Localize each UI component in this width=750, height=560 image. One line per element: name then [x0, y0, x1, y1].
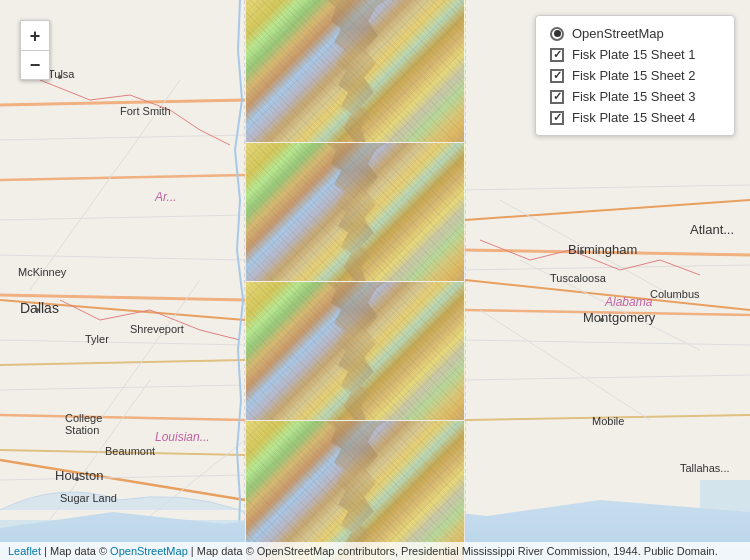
overlay-2-label: Fisk Plate 15 Sheet 2: [572, 68, 696, 83]
svg-line-17: [0, 255, 245, 260]
overlay-2-checkbox[interactable]: ✓: [550, 69, 564, 83]
svg-line-15: [0, 135, 245, 140]
svg-line-21: [465, 185, 750, 190]
svg-line-12: [0, 460, 245, 500]
svg-line-9: [465, 310, 750, 315]
zoom-out-button[interactable]: −: [20, 50, 50, 80]
map-container[interactable]: Tulsa Fort Smith Dallas McKinney Tyler S…: [0, 0, 750, 560]
leaflet-link[interactable]: Leaflet: [8, 545, 41, 557]
overlay-item-1[interactable]: ✓ Fisk Plate 15 Sheet 1: [550, 47, 720, 62]
svg-line-23: [465, 340, 750, 345]
svg-line-4: [0, 295, 245, 300]
svg-line-16: [0, 215, 245, 220]
svg-line-13: [465, 200, 750, 220]
birmingham-dot: [580, 250, 584, 254]
svg-line-24: [465, 375, 750, 380]
fisk-strip-2: [245, 143, 465, 281]
overlay-item-4[interactable]: ✓ Fisk Plate 15 Sheet 4: [550, 110, 720, 125]
svg-line-3: [0, 175, 245, 180]
overlay-3-checkbox[interactable]: ✓: [550, 90, 564, 104]
houston-dot: [75, 477, 79, 481]
svg-line-31: [480, 310, 650, 420]
overlay-1-label: Fisk Plate 15 Sheet 1: [572, 47, 696, 62]
fisk-strip-1: [245, 0, 465, 142]
base-layer-item[interactable]: OpenStreetMap: [550, 26, 720, 41]
svg-line-10: [465, 415, 750, 420]
fisk-overlay: [245, 0, 465, 560]
attribution-bar: Leaflet | Map data © OpenStreetMap | Map…: [0, 542, 750, 560]
svg-line-2: [0, 100, 245, 105]
fisk-strip-4: [245, 421, 465, 560]
overlay-item-2[interactable]: ✓ Fisk Plate 15 Sheet 2: [550, 68, 720, 83]
layer-panel: OpenStreetMap ✓ Fisk Plate 15 Sheet 1 ✓ …: [535, 15, 735, 136]
svg-line-26: [100, 280, 200, 420]
svg-line-5: [0, 360, 245, 365]
montgomery-dot: [600, 318, 604, 322]
zoom-controls: + −: [20, 20, 50, 80]
overlay-1-checkbox[interactable]: ✓: [550, 48, 564, 62]
overlay-4-label: Fisk Plate 15 Sheet 4: [572, 110, 696, 125]
osm-attribution-link[interactable]: OpenStreetMap: [110, 545, 188, 557]
svg-line-30: [520, 260, 700, 350]
svg-line-18: [0, 340, 245, 345]
dallas-dot: [35, 308, 39, 312]
overlay-4-checkbox[interactable]: ✓: [550, 111, 564, 125]
attribution-text: | Map data ©: [44, 545, 110, 557]
overlay-3-label: Fisk Plate 15 Sheet 3: [572, 89, 696, 104]
osm-label: OpenStreetMap: [572, 26, 664, 41]
overlay-item-3[interactable]: ✓ Fisk Plate 15 Sheet 3: [550, 89, 720, 104]
osm-radio[interactable]: [550, 27, 564, 41]
svg-line-22: [465, 265, 750, 270]
attribution-rest: | Map data © OpenStreetMap contributors,…: [191, 545, 718, 557]
fisk-strip-3: [245, 282, 465, 420]
svg-line-14: [465, 280, 750, 310]
zoom-in-button[interactable]: +: [20, 20, 50, 50]
svg-line-7: [0, 450, 245, 455]
tulsa-dot: [58, 75, 62, 79]
